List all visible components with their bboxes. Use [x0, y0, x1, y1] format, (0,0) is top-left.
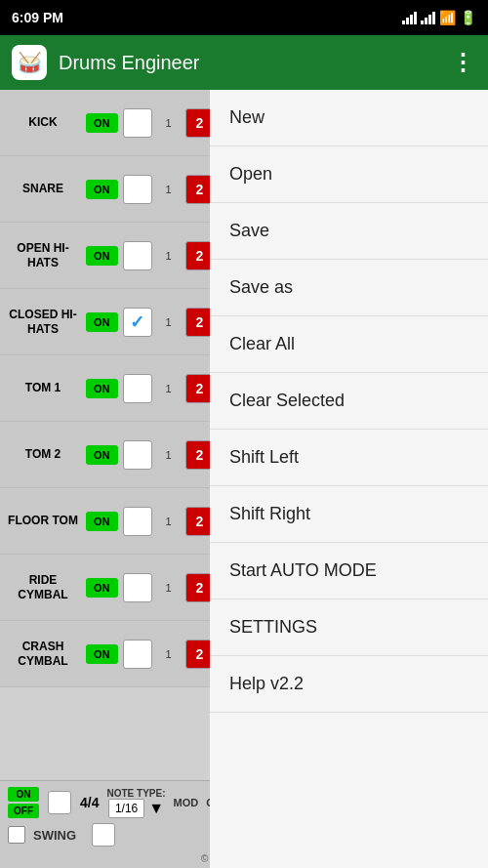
wifi-icon: 📶 — [439, 10, 456, 25]
note-type-row: 1/16 ▼ — [108, 799, 164, 818]
time-signature: 4/4 — [80, 795, 99, 811]
note-type-group: NOTE TYPE: 1/16 ▼ — [106, 788, 165, 818]
menu-item-clear-all-label: Clear All — [229, 334, 295, 354]
bottom-step-btn[interactable] — [48, 791, 71, 814]
menu-item-save-as-label: Save as — [229, 277, 293, 298]
on-button-crash-cymbal[interactable]: ON — [86, 644, 118, 664]
drum-label-tom2: TOM 2 — [0, 443, 86, 465]
global-on-button[interactable]: ON — [8, 787, 39, 802]
menu-item-help[interactable]: Help v2.2 — [210, 656, 488, 713]
menu-item-shift-right-label: Shift Right — [229, 504, 310, 524]
on-button-open-hi-hats[interactable]: ON — [86, 246, 118, 266]
menu-item-new-label: New — [229, 107, 264, 128]
on-button-snare[interactable]: ON — [86, 180, 118, 199]
drum-label-crash-cymbal: CRASH CYMBAL — [0, 636, 86, 672]
drum-label-closed-hi-hats: CLOSED HI-HATS — [0, 304, 86, 340]
drum-label-tom1: TOM 1 — [0, 377, 86, 398]
step-chh-1[interactable] — [123, 308, 152, 337]
menu-item-save[interactable]: Save — [210, 203, 488, 260]
signal-bars-icon — [402, 11, 417, 24]
menu-item-new[interactable]: New — [210, 90, 488, 146]
signal-bars-2-icon — [421, 11, 435, 24]
swing-step-btn[interactable] — [92, 823, 115, 847]
time-sig-value: 4/4 — [80, 795, 99, 811]
menu-item-open[interactable]: Open — [210, 146, 488, 203]
battery-icon: 🔋 — [460, 10, 476, 25]
step-ohh-1[interactable] — [123, 241, 152, 270]
drum-label-ride-cymbal: RIDE CYMBAL — [0, 569, 86, 605]
step-ft-1[interactable] — [123, 507, 152, 536]
menu-item-shift-right[interactable]: Shift Right — [210, 486, 488, 543]
status-icons: 📶 🔋 — [402, 10, 476, 25]
checkmark-chh-1 — [130, 311, 144, 333]
app-icon: 🥁 — [12, 45, 47, 80]
overlay-menu: New Open Save Save as Clear All Clear Se… — [210, 90, 488, 868]
step-cc-1[interactable] — [123, 640, 152, 669]
step-snare-1[interactable] — [123, 175, 152, 204]
more-options-button[interactable]: ⋮ — [451, 49, 476, 76]
on-button-closed-hi-hats[interactable]: ON — [86, 312, 118, 332]
status-bar: 6:09 PM 📶 🔋 — [0, 0, 488, 35]
on-button-ride-cymbal[interactable]: ON — [86, 578, 118, 598]
swing-checkbox[interactable] — [8, 826, 25, 844]
app-title: Drums Engineer — [59, 52, 439, 74]
note-type-value: 1/16 — [108, 799, 144, 818]
menu-item-settings[interactable]: SETTINGS — [210, 599, 488, 656]
drum-label-snare: SNARE — [0, 178, 86, 199]
on-button-tom1[interactable]: ON — [86, 379, 118, 398]
time-display: 6:09 PM — [12, 10, 63, 25]
step-tom1-1[interactable] — [123, 374, 152, 403]
drum-label-kick: KICK — [0, 111, 86, 133]
on-button-kick[interactable]: ON — [86, 113, 118, 133]
step-kick-1[interactable] — [123, 108, 152, 138]
menu-item-clear-selected[interactable]: Clear Selected — [210, 373, 488, 430]
menu-item-auto-mode[interactable]: Start AUTO MODE — [210, 543, 488, 599]
note-type-label: NOTE TYPE: — [106, 788, 165, 799]
step-tom2-1[interactable] — [123, 440, 152, 470]
global-off-button[interactable]: OFF — [8, 804, 39, 818]
menu-item-auto-mode-label: Start AUTO MODE — [229, 560, 377, 581]
menu-item-save-as[interactable]: Save as — [210, 260, 488, 316]
drum-label-open-hi-hats: OPEN HI-HATS — [0, 237, 86, 273]
menu-item-shift-left-label: Shift Left — [229, 447, 299, 468]
menu-item-clear-selected-label: Clear Selected — [229, 391, 345, 411]
mode-label: MOD — [173, 797, 198, 808]
app-icon-symbol: 🥁 — [18, 51, 42, 74]
menu-item-help-label: Help v2.2 — [229, 674, 304, 694]
menu-item-save-label: Save — [229, 221, 269, 241]
on-off-group: ON OFF — [8, 787, 39, 818]
main-area: KICK ON 1 2 3 SNARE ON — [0, 90, 488, 868]
app-bar: 🥁 Drums Engineer ⋮ — [0, 35, 488, 90]
on-button-tom2[interactable]: ON — [86, 445, 118, 465]
menu-item-shift-left[interactable]: Shift Left — [210, 430, 488, 486]
step-rc-1[interactable] — [123, 573, 152, 602]
menu-item-settings-label: SETTINGS — [229, 617, 317, 638]
menu-item-clear-all[interactable]: Clear All — [210, 316, 488, 373]
on-button-floor-tom[interactable]: ON — [86, 512, 118, 531]
menu-item-open-label: Open — [229, 164, 272, 185]
drum-label-floor-tom: FLOOR TOM — [0, 510, 86, 531]
swing-label: SWING — [33, 828, 76, 843]
